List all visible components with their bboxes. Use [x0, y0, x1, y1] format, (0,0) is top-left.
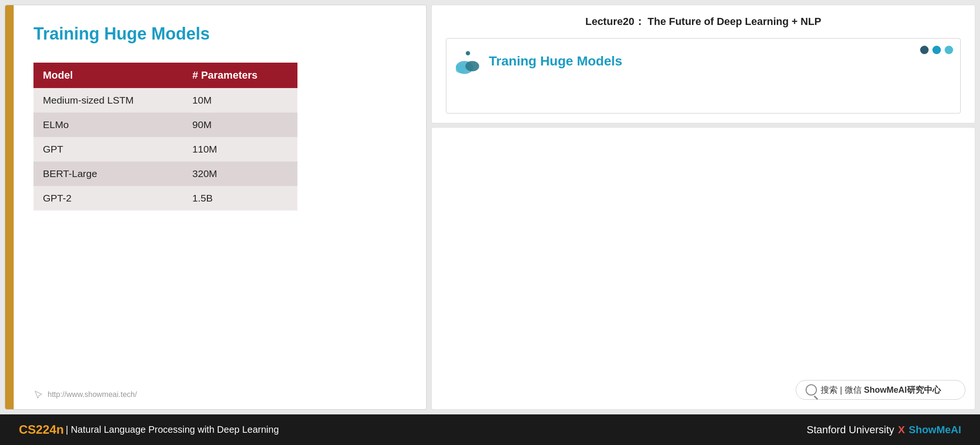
- lecture-title: Lecture20： The Future of Deep Learning +…: [446, 15, 961, 29]
- slide-panel: Training Huge Models Model # Parameters …: [5, 5, 427, 410]
- model-cell: ELMo: [33, 113, 183, 137]
- mini-slide-header: Traning Huge Models: [456, 48, 951, 74]
- model-cell: GPT: [33, 137, 183, 162]
- table-row: Medium-sized LSTM10M: [33, 88, 297, 113]
- slide-footer: http://www.showmeai.tech/: [33, 389, 137, 400]
- course-description: | Natural Language Processing with Deep …: [66, 424, 279, 435]
- search-icon: [806, 384, 817, 396]
- model-cell: BERT-Large: [33, 162, 183, 186]
- params-cell: 10M: [183, 88, 297, 113]
- table-row: BERT-Large320M: [33, 162, 297, 186]
- showmeai-brand: ShowMeAI: [909, 424, 961, 436]
- search-text: 搜索 | 微信 ShowMeAI研究中心: [821, 384, 941, 396]
- params-cell: 110M: [183, 137, 297, 162]
- dot-1: [920, 46, 929, 54]
- cursor-icon: [33, 389, 44, 400]
- slide-title: Training Huge Models: [33, 24, 403, 44]
- col-params-header: # Parameters: [183, 63, 297, 88]
- model-cell: GPT-2: [33, 186, 183, 210]
- table-row: GPT-21.5B: [33, 186, 297, 210]
- params-cell: 1.5B: [183, 186, 297, 210]
- dot-3: [945, 46, 953, 54]
- slide-url: http://www.showmeai.tech/: [48, 390, 137, 399]
- right-panel: Lecture20： The Future of Deep Learning +…: [431, 0, 980, 414]
- model-cell: Medium-sized LSTM: [33, 88, 183, 113]
- right-top-panel: Lecture20： The Future of Deep Learning +…: [431, 5, 975, 123]
- x-separator: X: [898, 424, 905, 436]
- university-name: Stanford University: [807, 424, 894, 436]
- col-model-header: Model: [33, 63, 183, 88]
- mini-slide: Traning Huge Models: [446, 38, 961, 113]
- slide-dots: [920, 46, 953, 54]
- svg-point-3: [466, 51, 470, 55]
- svg-point-1: [465, 61, 479, 72]
- table-row: GPT110M: [33, 137, 297, 162]
- model-table: Model # Parameters Medium-sized LSTM10ME…: [33, 63, 297, 210]
- search-box[interactable]: 搜索 | 微信 ShowMeAI研究中心: [796, 380, 965, 400]
- mountain-icon: [456, 48, 482, 74]
- slide-accent-bar: [5, 5, 14, 409]
- footer-left: CS224n | Natural Language Processing wit…: [19, 422, 279, 437]
- dot-2: [932, 46, 941, 54]
- mini-slide-title: Traning Huge Models: [489, 54, 622, 69]
- table-row: ELMo90M: [33, 113, 297, 137]
- footer-right: Stanford University X ShowMeAI: [807, 424, 961, 436]
- params-cell: 90M: [183, 113, 297, 137]
- footer-bar: CS224n | Natural Language Processing wit…: [0, 414, 980, 445]
- course-code: CS224n: [19, 422, 64, 437]
- right-bottom-panel: 搜索 | 微信 ShowMeAI研究中心: [431, 127, 975, 410]
- params-cell: 320M: [183, 162, 297, 186]
